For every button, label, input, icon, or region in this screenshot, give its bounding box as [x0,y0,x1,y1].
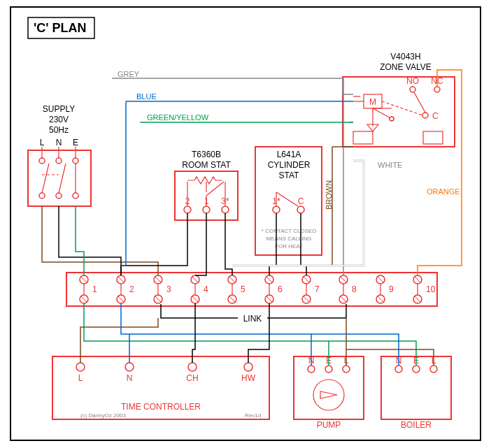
cyl-stat-label1: CYLINDER [268,160,311,170]
room-stat-label: ROOM STAT [182,160,231,170]
pump-e-term [325,366,332,373]
wire-label-blue: BLUE [136,92,157,101]
boiler-l-term [430,366,437,373]
zone-valve-c: C [432,111,439,121]
zone-valve-block: V4043H ZONE VALVE M NO NC C [343,52,455,147]
supply-freq: 50Hz [49,125,69,135]
link-label: LINK [243,314,262,324]
svg-point-3 [39,193,45,198]
zone-valve-no-term [410,87,415,92]
svg-line-6 [42,164,49,193]
cylinder-stat-block: L641A CYLINDER STAT 1* C * CONTACT CLOSE… [255,147,322,255]
zone-valve-model: V4043H [390,52,420,62]
cyl-note3: FOR HEAT [275,243,303,250]
wire-supply-e-t1 [76,206,84,275]
pump-icon [313,380,344,410]
room-stat-t3 [222,206,229,213]
room-stat-resistor [187,177,222,184]
room-stat-model: T6360B [192,150,221,159]
cyl-note2: MEANS CALLING [266,236,312,242]
wiring-diagram: 'C' PLAN SUPPLY 230V 50Hz L N E V4043H [0,0,491,448]
cyl-stat-t1 [273,206,280,213]
zone-valve-m: M [369,97,376,107]
svg-point-17 [390,117,394,121]
terminal-strip-terms: 1 2 3 4 5 6 [80,275,436,303]
cyl-stat-tc-label: C [298,196,304,206]
wire-tc-ch-t4 [192,303,195,363]
boiler-block: N E L BOILER [381,356,451,430]
wire-rs-2-t2 [121,213,187,275]
ts-1: 1 [92,284,97,294]
svg-point-5 [73,193,78,198]
ts-6: 6 [278,284,283,294]
supply-block: SUPPLY 230V 50Hz L N E [28,104,91,206]
title-text: 'C' PLAN [34,21,87,35]
boiler-n-term [395,366,402,373]
svg-point-0 [39,158,45,164]
zone-valve-c-term [422,113,428,118]
svg-line-7 [59,164,66,193]
time-controller-block: L N CH HW TIME CONTROLLER (c) DannyOz 20… [52,356,269,419]
svg-point-2 [73,158,78,164]
tc-hw: HW [241,373,256,383]
cyl-note1: * CONTACT CLOSED [262,228,317,234]
tc-n: N [127,373,133,383]
room-stat-t2 [184,206,191,213]
supply-label: SUPPLY [43,104,75,114]
supply-voltage: 230V [49,115,69,124]
ts-3: 3 [166,284,171,294]
tc-ch-term [188,363,197,371]
svg-rect-19 [353,131,373,144]
tc-label: TIME CONTROLLER [121,402,201,412]
svg-line-15 [373,108,392,119]
supply-l: L [40,138,45,147]
link-bar: LINK [161,304,346,324]
tc-l-term [76,363,85,371]
wire-label-brown: BROWN [325,180,333,210]
supply-n: N [56,138,62,147]
zone-valve-body [353,108,443,144]
wire-t8-live-bus [346,318,434,366]
rev: Rev1d [245,412,261,419]
ts-5: 5 [241,284,246,294]
wire-label-gy: GREEN/YELLOW [147,113,209,122]
supply-e: E [73,138,78,147]
ts-2: 2 [129,284,134,294]
pump-n-term [308,366,315,373]
supply-switch [39,147,78,198]
boiler-e-term [413,366,420,373]
wire-label-white: WHITE [378,161,402,169]
ts-8: 8 [352,284,357,294]
tc-l: L [78,373,83,383]
svg-rect-20 [423,131,443,144]
ts-4: 4 [204,284,208,294]
cyl-stat-tc [297,206,304,213]
pump-label: PUMP [317,420,341,430]
wire-rs-1-t4 [195,213,206,275]
zone-valve-label: ZONE VALVE [380,62,432,72]
tc-n-term [125,363,134,371]
tc-hw-term [244,363,252,371]
svg-line-13 [414,92,425,113]
tc-ch: CH [186,373,198,383]
copyright: (c) DannyOz 2003 [80,412,126,419]
wire-supply-n-t2 [59,206,121,275]
pump-l-term [343,366,350,373]
pump-block: N E L PUMP [294,356,364,430]
ts-9: 9 [389,284,394,294]
svg-point-4 [56,193,62,198]
terminal-strip: 1 2 3 4 5 6 [66,273,437,306]
wire-tc-hw-t6 [248,303,269,363]
wire-label-orange: ORANGE [427,187,460,196]
svg-point-1 [56,158,62,164]
room-stat-t1 [203,206,210,213]
zone-valve-no: NO [406,76,419,86]
cyl-stat-model: L641A [277,150,301,159]
wire-supply-l-t3 [42,206,158,275]
room-stat-block: T6360B ROOM STAT 2 1 3* [175,150,238,220]
wire-label-grey: GREY [118,70,140,78]
boiler-label: BOILER [401,420,432,430]
ts-10: 10 [426,284,436,294]
zone-valve-nc-term [434,87,440,92]
cyl-stat-label2: STAT [279,171,300,180]
